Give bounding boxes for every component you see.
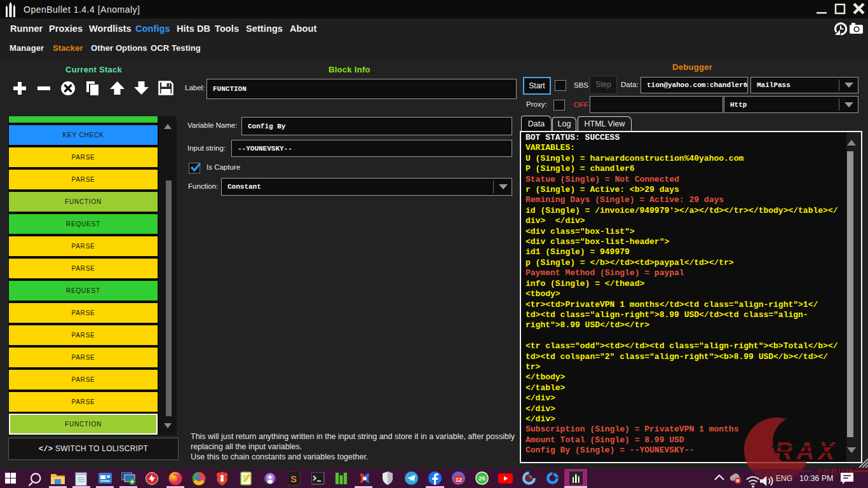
svg-text:S: S bbox=[290, 473, 297, 484]
svg-text:12: 12 bbox=[456, 477, 462, 483]
svg-text:RAX: RAX bbox=[775, 437, 838, 464]
svg-text:25: 25 bbox=[478, 475, 485, 482]
